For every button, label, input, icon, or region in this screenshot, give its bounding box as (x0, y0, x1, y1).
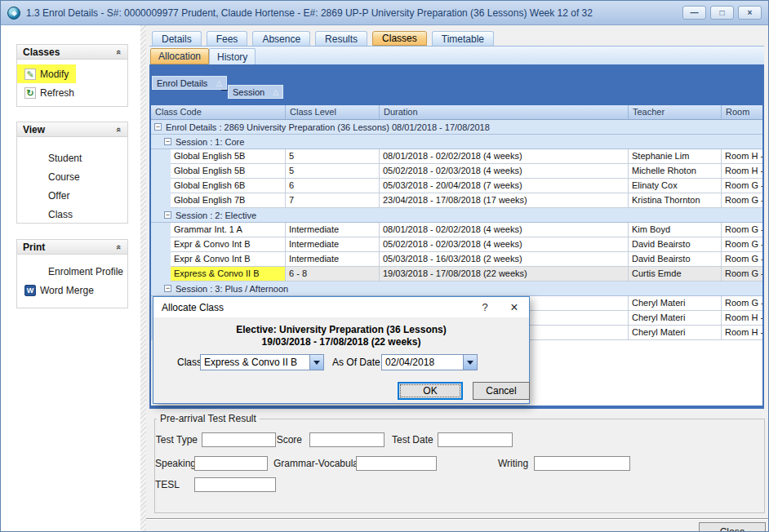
tab-timetable[interactable]: Timetable (432, 31, 494, 46)
group-row-enrol-details[interactable]: −Enrol Details : 2869 University Prepara… (151, 120, 762, 135)
cell-duration: 08/01/2018 - 02/02/2018 (4 weeks) (380, 149, 629, 164)
table-row[interactable]: Expr & Convo Int BIntermediate05/02/2018… (151, 237, 762, 252)
cell-room: Room G - (722, 296, 762, 311)
main-area: DetailsFeesAbsenceResultsClassesTimetabl… (146, 25, 768, 531)
column-header-teacher[interactable]: Teacher (629, 105, 722, 119)
table-row[interactable]: Express & Convo II B6 - 819/03/2018 - 17… (151, 267, 762, 282)
column-header-class-level[interactable]: Class Level (286, 105, 380, 119)
column-header-duration[interactable]: Duration (380, 105, 629, 119)
sidebar-item-class[interactable]: Class (17, 205, 127, 224)
writing-label: Writing (498, 456, 526, 471)
footer-divider (146, 518, 768, 520)
grammar-vocabulary-field[interactable] (356, 456, 437, 471)
row-indent (151, 179, 171, 193)
group-row-session-2-elective[interactable]: −Session : 2: Elective (151, 208, 762, 223)
sidebar-item-student[interactable]: Student (17, 149, 127, 167)
group-row-session-3-plus-afternoon[interactable]: −Session : 3: Plus / Afternoon (151, 282, 762, 296)
cell-room: Room H - (722, 149, 762, 164)
group-indent (151, 282, 161, 295)
dialog-heading-line2: 19/03/2018 - 17/08/2018 (22 weeks) (153, 336, 529, 348)
cell-room: Room G - (722, 223, 762, 237)
as-of-date-combobox[interactable]: 02/04/2018 (381, 354, 478, 370)
sidebar-item-course[interactable]: Course (17, 167, 127, 186)
class-dropdown-icon[interactable] (309, 355, 323, 370)
cell-duration: 19/03/2018 - 17/08/2018 (22 weeks) (380, 267, 629, 282)
sidebar-item-refresh[interactable]: ↻Refresh (17, 83, 127, 102)
tab-details[interactable]: Details (152, 31, 202, 46)
titlebar[interactable]: 1.3 Enrol Details - S#: 0000009977 Prude… (1, 1, 768, 25)
minimize-button[interactable]: — (682, 6, 706, 20)
tesl-field[interactable] (194, 477, 276, 492)
close-button[interactable]: Close (699, 522, 766, 532)
panel-header-view[interactable]: View« (17, 122, 127, 137)
sidebar-panel-view: View«StudentCourseOfferClass (16, 122, 128, 224)
table-row[interactable]: Grammar Int. 1 AIntermediate08/01/2018 -… (151, 223, 762, 237)
groupby-enrol-details[interactable]: Enrol Details △ (152, 76, 227, 90)
restore-button[interactable]: □ (710, 6, 734, 20)
help-icon[interactable]: ? (470, 297, 500, 317)
table-row[interactable]: Global English 7B723/04/2018 - 17/08/201… (151, 193, 762, 208)
cell-teacher: Stephanie Lim (629, 149, 722, 164)
table-row[interactable]: Global English 5B508/01/2018 - 02/02/201… (151, 149, 762, 164)
subtab-allocation[interactable]: Allocation (150, 48, 209, 64)
test-date-field[interactable] (438, 432, 513, 447)
collapse-icon[interactable]: − (154, 123, 162, 131)
as-of-date-dropdown-icon[interactable] (463, 355, 477, 370)
sidebar-item-word-merge[interactable]: WWord Merge (17, 281, 127, 299)
panel-header-classes[interactable]: Classes« (17, 45, 127, 60)
tab-fees[interactable]: Fees (207, 31, 248, 46)
sidebar-item-offer[interactable]: Offer (17, 186, 127, 205)
speaking-label: Speaking (155, 456, 191, 471)
cell-duration: 05/02/2018 - 02/03/2018 (4 weeks) (380, 237, 629, 252)
grammar-vocabulary-label: Grammar-Vocabulary (273, 456, 351, 471)
as-of-date-label: As Of Date (332, 354, 380, 370)
cell-room: Room G - (722, 267, 762, 282)
tab-results[interactable]: Results (315, 31, 367, 46)
cell-teacher: Curtis Emde (629, 267, 722, 282)
subtab-history[interactable]: History (209, 48, 256, 64)
dialog-close-icon[interactable]: × (500, 297, 529, 317)
cell-room: Room G - (722, 193, 762, 208)
class-combobox[interactable]: Express & Convo II B (200, 354, 324, 370)
chevron-up-icon: « (114, 244, 124, 249)
table-row[interactable]: Global English 5B505/02/2018 - 02/03/201… (151, 164, 762, 179)
cell-class-code: Global English 5B (171, 149, 286, 164)
close-window-button[interactable]: × (738, 6, 762, 20)
cell-class-level: Intermediate (286, 252, 380, 267)
collapse-icon[interactable]: − (164, 211, 171, 219)
writing-field[interactable] (534, 456, 630, 471)
cancel-button[interactable]: Cancel (473, 382, 530, 400)
groupby-session[interactable]: Session △ (228, 85, 283, 99)
cell-teacher: Elinaty Cox (629, 179, 722, 193)
score-field[interactable] (309, 432, 384, 447)
group-row-label: Session : 2: Elective (176, 211, 256, 220)
panel-body: StudentCourseOfferClass (17, 137, 127, 224)
sidebar-item-label: Student (48, 153, 82, 164)
table-row[interactable]: Expr & Convo Int BIntermediate05/03/2018… (151, 252, 762, 267)
sidebar-item-modify[interactable]: ✎Modify (17, 64, 76, 83)
cell-teacher: Cheryl Materi (629, 296, 722, 311)
row-indent (151, 223, 171, 237)
sidebar-item-label: Enrolment Profile (48, 266, 123, 277)
collapse-icon[interactable]: − (164, 138, 171, 145)
cell-class-level: 5 (286, 149, 380, 164)
sidebar-item-enrolment-profile[interactable]: Enrolment Profile (17, 262, 127, 281)
test-type-label: Test Type (155, 432, 198, 447)
cell-class-code: Expr & Convo Int B (171, 252, 286, 267)
tab-absence[interactable]: Absence (252, 31, 310, 46)
row-indent (151, 252, 171, 267)
column-header-class-code[interactable]: Class Code (151, 105, 286, 119)
table-row[interactable]: Global English 6B605/03/2018 - 20/04/201… (151, 179, 762, 193)
speaking-field[interactable] (194, 456, 268, 471)
cell-room: Room G - (722, 237, 762, 252)
panel-header-print[interactable]: Print« (17, 240, 127, 255)
tab-classes[interactable]: Classes (372, 31, 427, 46)
row-indent (151, 267, 171, 282)
ok-button[interactable]: OK (398, 382, 463, 400)
group-row-label: Session : 1: Core (176, 137, 244, 147)
collapse-icon[interactable]: − (164, 285, 171, 292)
group-row-session-1-core[interactable]: −Session : 1: Core (151, 135, 762, 149)
app-window: 1.3 Enrol Details - S#: 0000009977 Prude… (0, 0, 769, 532)
column-header-room[interactable]: Room (722, 105, 762, 119)
dialog-titlebar[interactable]: Allocate Class ? × (153, 297, 529, 317)
